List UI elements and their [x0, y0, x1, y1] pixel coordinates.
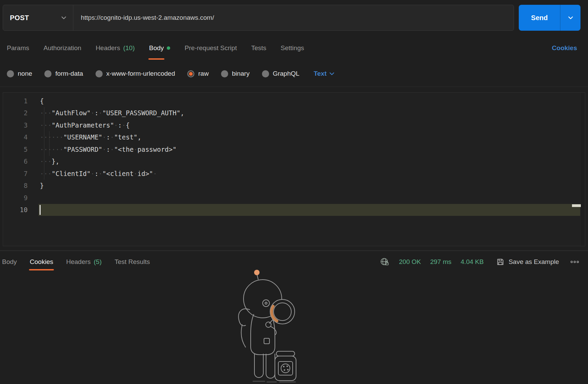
method-dropdown[interactable]: POST: [3, 5, 73, 30]
body-type-raw[interactable]: raw: [187, 70, 209, 77]
code-line[interactable]: ···"AuthParameters"·:·{: [39, 119, 580, 131]
status-code[interactable]: 200 OK: [399, 258, 421, 266]
response-tab-headers[interactable]: Headers(5): [66, 251, 102, 272]
whitespace-dots: ······: [40, 146, 63, 153]
code-line[interactable]: ···},: [39, 156, 580, 168]
postman-mascot-illustration: [232, 268, 300, 384]
response-time[interactable]: 297 ms: [430, 258, 451, 266]
tab-params[interactable]: Params: [7, 35, 29, 61]
code-token: "USER_PASSWORD_AUTH",: [102, 109, 184, 117]
send-button[interactable]: Send: [519, 5, 560, 31]
body-type-form-data[interactable]: form-data: [44, 70, 83, 77]
code-line[interactable]: ···"ClientId"·:·"<client·id>"·: [39, 167, 580, 180]
code-line[interactable]: ······"USERNAME"·:·"test",: [39, 131, 580, 144]
code-token: :: [94, 109, 98, 117]
code-line[interactable]: ···"AuthFlow"·:·"USER_PASSWORD_AUTH",: [39, 107, 580, 119]
response-size[interactable]: 4.04 KB: [461, 258, 484, 266]
code-token: "PASSWORD": [63, 146, 102, 153]
format-dropdown[interactable]: Text: [314, 70, 335, 77]
tab-count-badge: (10): [123, 44, 135, 52]
editor-line: 2···"AuthFlow"·:·"USER_PASSWORD_AUTH",: [3, 107, 585, 119]
cookies-link[interactable]: Cookies: [552, 44, 577, 52]
tab-pre-request-script[interactable]: Pre-request Script: [185, 35, 237, 61]
tab-body[interactable]: Body: [149, 35, 170, 61]
code-line[interactable]: [39, 204, 580, 216]
line-number: 9: [3, 194, 32, 202]
whitespace-dots: ·: [99, 170, 102, 177]
whitespace-dots: ·: [102, 133, 106, 141]
send-options-button[interactable]: [560, 5, 580, 31]
body-type-graphql[interactable]: GraphQL: [262, 70, 299, 77]
whitespace-dots: ·: [134, 170, 137, 177]
indent-guide: [44, 107, 44, 180]
url-input[interactable]: https://cognito-idp.us-west-2.amazonaws.…: [73, 5, 514, 30]
tab-label: Pre-request Script: [185, 44, 237, 52]
editor-line: 9: [3, 192, 585, 204]
line-number: 6: [3, 158, 32, 165]
body-set-indicator-dot: [167, 46, 170, 50]
code-token: "<the: [114, 146, 133, 153]
request-tabs: ParamsAuthorizationHeaders(10)BodyPre-re…: [0, 35, 588, 61]
chevron-down-icon: [61, 16, 66, 19]
editor-scrollbar[interactable]: [580, 93, 585, 246]
code-line[interactable]: }: [39, 180, 580, 192]
response-tab-body[interactable]: Body: [2, 251, 17, 272]
radio-button: [262, 70, 269, 77]
code-token: password>": [137, 146, 176, 153]
method-label: POST: [10, 14, 29, 22]
line-number: 3: [3, 121, 32, 129]
url-value: https://cognito-idp.us-west-2.amazonaws.…: [81, 14, 214, 21]
editor-line: 4······"USERNAME"·:·"test",: [3, 131, 585, 144]
save-as-example-button[interactable]: Save as Example: [496, 258, 559, 266]
line-number: 7: [3, 170, 32, 177]
body-type-x-www-form-urlencoded[interactable]: x-www-form-urlencoded: [95, 70, 175, 77]
code-token: {: [40, 97, 44, 105]
code-token: :: [118, 121, 122, 129]
code-token: "<client: [102, 170, 134, 177]
response-tab-test-results[interactable]: Test Results: [115, 251, 150, 272]
whitespace-dots: ·: [91, 109, 94, 117]
whitespace-dots: ···: [40, 121, 52, 129]
more-options-button[interactable]: [570, 260, 579, 264]
whitespace-dots: ·: [110, 133, 114, 141]
radio-label: form-data: [55, 70, 83, 77]
tab-settings[interactable]: Settings: [281, 35, 304, 61]
body-editor[interactable]: 1{2···"AuthFlow"·:·"USER_PASSWORD_AUTH",…: [3, 92, 585, 246]
chevron-down-icon: [329, 72, 334, 75]
code-line[interactable]: [39, 192, 580, 204]
whitespace-dots: ···: [40, 158, 52, 165]
editor-line: 10: [3, 204, 585, 216]
editor-lines: 1{2···"AuthFlow"·:·"USER_PASSWORD_AUTH",…: [3, 93, 585, 216]
whitespace-dots: ·: [102, 146, 106, 153]
whitespace-dots: ·: [134, 146, 137, 153]
pane-splitter[interactable]: [0, 246, 588, 251]
tab-label: Settings: [281, 44, 304, 52]
tab-headers[interactable]: Headers(10): [95, 35, 135, 61]
code-line[interactable]: {: [39, 95, 580, 107]
radio-label: x-www-form-urlencoded: [106, 70, 175, 77]
chevron-down-icon: [568, 16, 573, 19]
radio-label: raw: [198, 70, 209, 77]
format-label: Text: [314, 70, 327, 77]
antenna-ball: [254, 270, 260, 275]
tab-count-badge: (5): [94, 258, 102, 266]
whitespace-dots: ···: [40, 170, 52, 177]
radio-button: [187, 70, 194, 77]
code-token: {: [126, 121, 130, 129]
editor-line: 6···},: [3, 156, 585, 168]
line-number: 5: [3, 146, 32, 153]
tab-label: Headers: [95, 44, 120, 52]
whitespace-dots: ······: [40, 133, 63, 141]
body-type-binary[interactable]: binary: [221, 70, 250, 77]
body-type-none[interactable]: none: [7, 70, 32, 77]
network-globe-lock-icon[interactable]: [380, 257, 390, 267]
code-token: }: [40, 182, 44, 189]
request-bar: POST https://cognito-idp.us-west-2.amazo…: [0, 0, 588, 35]
code-token: },: [52, 158, 59, 165]
line-number: 8: [3, 182, 32, 189]
tab-tests[interactable]: Tests: [251, 35, 266, 61]
code-line[interactable]: ······"PASSWORD"·:·"<the·password>": [39, 143, 580, 156]
tab-authorization[interactable]: Authorization: [43, 35, 81, 61]
tab-label: Body: [2, 258, 17, 266]
response-tab-cookies[interactable]: Cookies: [30, 251, 53, 272]
